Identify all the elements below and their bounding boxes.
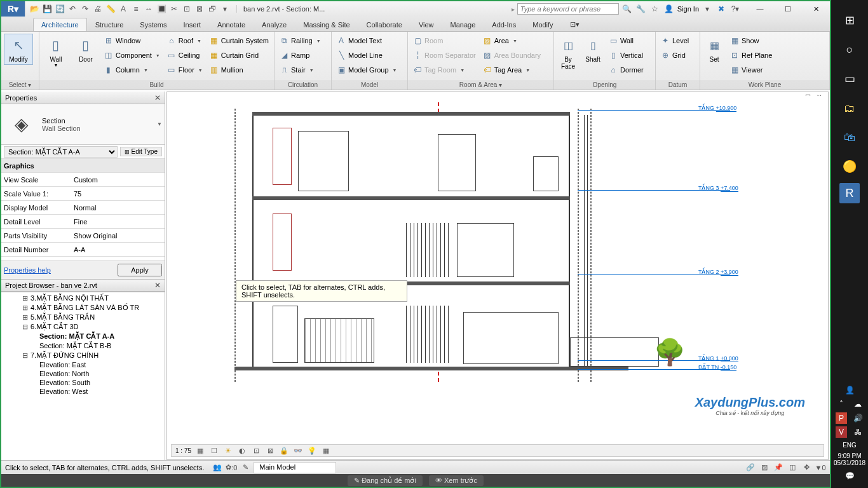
- people-icon[interactable]: 👤: [844, 384, 855, 396]
- modify-button[interactable]: ↖ Modify: [4, 34, 33, 65]
- detail-level-icon[interactable]: ▦: [195, 445, 205, 456]
- properties-help-link[interactable]: Properties help: [4, 266, 51, 274]
- door-button[interactable]: ▯Door: [72, 34, 100, 65]
- tree-item[interactable]: ⊞3.MẶT BẰNG NỘI THẤT: [1, 294, 165, 303]
- qat-dim-icon[interactable]: ↔: [144, 4, 154, 14]
- qat-print-icon[interactable]: 🖨: [93, 4, 103, 14]
- sb-select-underlay-icon[interactable]: ▨: [759, 462, 770, 473]
- crop-show-icon[interactable]: ⊠: [265, 445, 275, 456]
- tab-view[interactable]: View: [410, 18, 442, 31]
- maximize-button[interactable]: ☐: [774, 1, 802, 17]
- area-button[interactable]: ▨Area▼: [480, 34, 543, 48]
- tab-context-icon[interactable]: ⊡▾: [562, 17, 588, 31]
- area-bound-button[interactable]: ▨Area Boundary: [480, 48, 543, 62]
- qat-align-icon[interactable]: ≡: [131, 4, 141, 14]
- ref-plane-button[interactable]: ⊡Ref Plane: [728, 48, 775, 62]
- qat-3d-icon[interactable]: 🔳: [156, 4, 166, 14]
- expand-icon[interactable]: ⊞: [22, 313, 28, 322]
- tree-item[interactable]: Elevation: North: [1, 369, 165, 378]
- qat-switch-icon[interactable]: 🗗: [207, 4, 217, 14]
- level-tag[interactable]: TẦNG 2 +3.900: [698, 269, 738, 275]
- qat-save-icon[interactable]: 💾: [42, 4, 52, 14]
- signin-label[interactable]: Sign In: [677, 5, 699, 13]
- panel-title-room[interactable]: Room & Area ▾: [408, 80, 553, 90]
- chrome-icon[interactable]: 🟡: [837, 154, 862, 179]
- tab-architecture[interactable]: Architecture: [33, 18, 87, 31]
- sb-editable-icon[interactable]: ✎: [240, 462, 251, 473]
- show-button[interactable]: ▦Show: [728, 34, 775, 48]
- curtain-grid-button[interactable]: ▦Curtain Grid: [207, 48, 271, 62]
- notifications-icon[interactable]: 💬: [844, 470, 855, 482]
- level-button[interactable]: ✦Level: [658, 34, 691, 48]
- model-line-button[interactable]: ╲Model Line: [334, 48, 400, 62]
- mullion-button[interactable]: ▥Mullion: [207, 63, 271, 77]
- by-face-button[interactable]: ◫By Face: [557, 34, 580, 72]
- language-indicator[interactable]: ENG: [834, 442, 865, 449]
- comm-icon[interactable]: 🔧: [635, 3, 647, 15]
- stair-button[interactable]: ⎍Stair▼: [277, 63, 323, 77]
- exchange-icon[interactable]: ✖: [715, 3, 727, 15]
- revit-icon[interactable]: R: [839, 183, 860, 203]
- property-row[interactable]: Scale Value 1:75: [1, 187, 165, 201]
- property-value[interactable]: Fine: [74, 218, 162, 226]
- level-tag[interactable]: TẦNG +10.900: [698, 105, 736, 111]
- main-model-dropdown[interactable]: Main Model: [254, 462, 336, 473]
- type-selector[interactable]: ◈ Section Wall Section ▼: [1, 104, 165, 145]
- grid-button[interactable]: ⊕Grid: [658, 48, 691, 62]
- tree-item[interactable]: Section: MẶT CẮT A-A: [1, 332, 165, 341]
- crop-icon[interactable]: ⊡: [251, 445, 261, 456]
- level-tag[interactable]: TẦNG 1 +0.000: [698, 355, 738, 362]
- level-tag[interactable]: ĐẤT TN -0.150: [698, 364, 736, 370]
- visual-style-icon[interactable]: ☐: [209, 445, 219, 456]
- property-row[interactable]: Detail LevelFine: [1, 215, 165, 229]
- apply-button[interactable]: Apply: [118, 264, 162, 276]
- instance-selector[interactable]: Section: MẶT CẮT A-A: [4, 146, 118, 158]
- qat-open-icon[interactable]: 📂: [29, 4, 39, 14]
- signin-dd-icon[interactable]: ▾: [702, 3, 713, 15]
- level-tag[interactable]: TẦNG 3 +7.400: [698, 185, 738, 191]
- sb-select-link-icon[interactable]: 🔗: [745, 462, 756, 473]
- network-icon[interactable]: 🖧: [852, 426, 864, 438]
- help-icon[interactable]: ?▾: [729, 3, 741, 15]
- window-button[interactable]: ⊞Window: [102, 34, 163, 48]
- taskview-icon[interactable]: ▭: [837, 66, 862, 92]
- minimize-button[interactable]: —: [746, 1, 774, 17]
- qat-close-icon[interactable]: ⊠: [194, 4, 205, 14]
- sb-select-pin-icon[interactable]: 📌: [773, 462, 784, 473]
- property-value[interactable]: 75: [74, 190, 162, 198]
- tree-item[interactable]: Elevation: South: [1, 378, 165, 387]
- ramp-button[interactable]: ◢Ramp: [277, 48, 323, 62]
- room-sep-button[interactable]: ╎Room Separator: [410, 48, 478, 62]
- shadows-icon[interactable]: ◐: [237, 445, 247, 456]
- tab-structure[interactable]: Structure: [87, 18, 132, 31]
- tree-item[interactable]: ⊟6.MẶT CẮT 3D: [1, 322, 165, 332]
- tab-insert[interactable]: Insert: [175, 18, 210, 31]
- qat-text-icon[interactable]: A: [118, 4, 128, 14]
- volume-icon[interactable]: 🔊: [852, 412, 864, 424]
- property-row[interactable]: Display ModelNormal: [1, 201, 165, 215]
- expand-icon[interactable]: ⊞: [22, 304, 28, 312]
- room-button[interactable]: ▢Room: [410, 34, 478, 48]
- tray-p-icon[interactable]: P: [836, 412, 847, 424]
- tree-item[interactable]: Elevation: West: [1, 387, 165, 396]
- store-icon[interactable]: 🛍: [837, 125, 862, 150]
- star-icon[interactable]: ☆: [649, 3, 661, 15]
- qat-dd-icon[interactable]: ▾: [220, 4, 230, 14]
- reveal-icon[interactable]: 💡: [307, 445, 317, 456]
- tree-item[interactable]: ⊞5.MẶT BẰNG TRẦN: [1, 313, 165, 322]
- model-group-button[interactable]: ▣Model Group▼: [334, 63, 400, 77]
- tray-v-icon[interactable]: V: [836, 426, 847, 438]
- qat-section-icon[interactable]: ✂: [169, 4, 179, 14]
- expand-icon[interactable]: ⊟: [22, 351, 28, 360]
- worksharing-icon[interactable]: ▦: [321, 445, 331, 456]
- vertical-button[interactable]: ▯Vertical: [606, 48, 646, 62]
- tab-manage[interactable]: Manage: [442, 18, 484, 31]
- browser-close-icon[interactable]: ✕: [154, 281, 161, 290]
- column-button[interactable]: ▮Column▼: [102, 63, 163, 77]
- qat-measure-icon[interactable]: 📏: [105, 4, 116, 14]
- tab-collaborate[interactable]: Collaborate: [358, 18, 410, 31]
- ext-new-button[interactable]: ✎ Đang chủ đề mới: [348, 475, 423, 486]
- property-value[interactable]: Normal: [74, 204, 162, 212]
- property-row[interactable]: Parts VisibilityShow Original: [1, 229, 165, 243]
- dormer-button[interactable]: ⌂Dormer: [606, 63, 646, 77]
